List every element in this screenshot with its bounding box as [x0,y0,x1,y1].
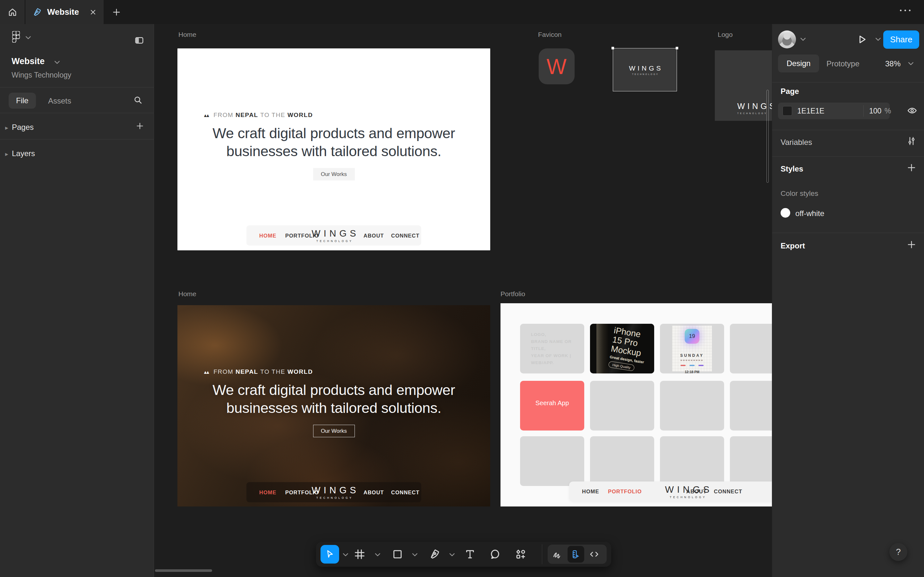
figma-logo-icon[interactable] [12,31,20,43]
help-button[interactable]: ? [889,543,907,561]
divider [0,113,153,113]
toolbar-divider [542,544,542,564]
team-name[interactable]: Wings Technology [11,71,71,79]
zoom-chevron-icon[interactable] [908,62,913,65]
selection-handle[interactable] [612,47,614,49]
add-page-icon[interactable] [136,122,144,130]
chevron-right-icon[interactable]: ▸ [5,150,8,158]
avatar[interactable] [778,31,796,48]
actions-tool-icon[interactable] [515,548,527,560]
tab-prototype[interactable]: Prototype [827,59,859,68]
portfolio-tile-gray [730,324,772,374]
present-play-icon[interactable] [856,33,868,45]
search-icon[interactable] [133,95,143,105]
frame-label-home-dark[interactable]: Home [178,290,196,298]
portfolio-tile-sunday: 19 SUNDAY 12:18 PM [660,324,724,374]
tab-design[interactable]: Design [778,55,819,73]
frame-favicon[interactable]: W [539,48,575,84]
rectangle-tool-chevron-icon[interactable] [412,553,417,556]
wings-logo: WINGS TECHNOLOGY [309,485,359,500]
tab-title: Website [47,7,79,17]
text-tool-icon[interactable] [464,548,476,560]
favicon-letter: W [547,53,567,79]
nav-home: HOME [259,232,276,239]
variables-icon[interactable] [907,136,916,146]
canvas-horizontal-scrollbar[interactable] [155,569,212,572]
rectangle-tool-icon[interactable] [392,548,403,560]
file-name[interactable]: Website [11,56,45,66]
frame-label-home-light[interactable]: Home [178,31,196,39]
sidebar-item-layers[interactable]: ▸ Layers [0,144,153,163]
comment-tool-icon[interactable] [489,548,501,560]
right-inspector-panel: Share Design Prototype 38% Page 1E1E1E 1… [772,24,924,577]
frame-portfolio[interactable]: LOGO, BRAND NAME OR TITLE, YEAR OF WORK … [501,303,772,506]
frame-tool-icon[interactable] [354,548,365,560]
frame-label-logo[interactable]: Logo [718,31,733,39]
code-mode-icon[interactable] [590,550,599,559]
portfolio-tile-gray [730,381,772,430]
selection-handle[interactable] [676,47,678,49]
color-style-swatch [780,208,790,218]
frame-label-favicon[interactable]: Favicon [538,31,562,39]
window-more-menu[interactable] [900,10,911,11]
site-navbar: HOME PORTFOLIO WINGS TECHNOLOGY ABOUT CO… [569,482,772,501]
decorative-line [680,359,704,361]
zoom-level[interactable]: 38% [885,59,901,68]
canvas-vertical-scrollbar[interactable] [766,90,769,183]
dev-mode-toggle[interactable] [567,546,584,562]
design-canvas[interactable]: Home ▲▲ FROM NEPAL TO THE WORLD We craft… [154,24,772,577]
color-swatch[interactable] [782,106,792,116]
move-tool-button[interactable] [320,545,339,564]
chevron-right-icon[interactable]: ▸ [5,124,8,131]
visibility-eye-icon[interactable] [907,105,917,116]
frame-label-portfolio[interactable]: Portfolio [501,290,525,298]
tab-file[interactable]: File [9,93,36,109]
home-button[interactable] [0,0,25,24]
portfolio-tile-gray [660,381,724,430]
left-sidebar: Website Wings Technology File Assets ▸ P… [0,24,154,577]
styles-heading[interactable]: Styles [780,164,803,173]
tab-website[interactable]: Website [25,0,103,24]
export-heading[interactable]: Export [780,242,805,250]
pen-tool-chevron-icon[interactable] [449,553,455,556]
pen-tool-icon[interactable] [429,548,441,560]
screen-glare [590,324,654,374]
toolbar-mode-group [548,545,607,564]
opacity-value[interactable]: 100 [869,107,881,115]
close-tab-icon[interactable] [89,9,97,16]
grid-paper-card: 19 SUNDAY 12:18 PM [672,326,712,372]
variables-heading[interactable]: Variables [780,138,812,147]
present-chevron-icon[interactable] [876,38,881,41]
frame-tool-chevron-icon[interactable] [375,553,380,556]
draw-scribble-icon[interactable] [552,550,562,559]
add-style-icon[interactable] [907,163,916,172]
plus-icon [112,8,121,17]
frame-home-dark[interactable]: ▲▲ FROM NEPAL TO THE WORLD We craft digi… [178,305,490,506]
page-color-field[interactable]: 1E1E1E 100 % [778,103,890,119]
file-menu-chevron-icon[interactable] [55,61,60,64]
divider [863,105,864,117]
share-button[interactable]: Share [883,31,919,49]
frame-logo[interactable]: WINGS TECHNOLOGY [715,50,772,121]
logo-tile-selected[interactable]: WINGS TECHNOLOGY [613,48,677,91]
nav-connect: CONNECT [391,232,420,239]
mountain-icon: ▲▲ [203,113,208,118]
sidebar-item-pages[interactable]: ▸ Pages [0,118,153,137]
main-menu-chevron-icon[interactable] [26,36,31,39]
toggle-sidebar-icon[interactable] [134,35,144,45]
layers-label: Layers [12,149,35,158]
mountain-icon: ▲▲ [203,370,208,375]
new-tab-button[interactable] [111,6,122,18]
percent-sign: % [885,107,891,115]
tab-assets[interactable]: Assets [48,97,71,105]
frame-home-light[interactable]: ▲▲ FROM NEPAL TO THE WORLD We craft digi… [178,48,490,250]
add-export-icon[interactable] [907,240,916,250]
account-chevron-icon[interactable] [800,38,806,41]
divider [772,233,924,233]
move-tool-chevron-icon[interactable] [343,553,348,556]
color-style-name: off-white [795,209,824,218]
color-hex-value[interactable]: 1E1E1E [797,107,824,115]
dev-mode-ruler-icon [571,550,581,559]
nav-about: ABOUT [363,489,384,495]
logo-text: WINGS [627,64,663,72]
